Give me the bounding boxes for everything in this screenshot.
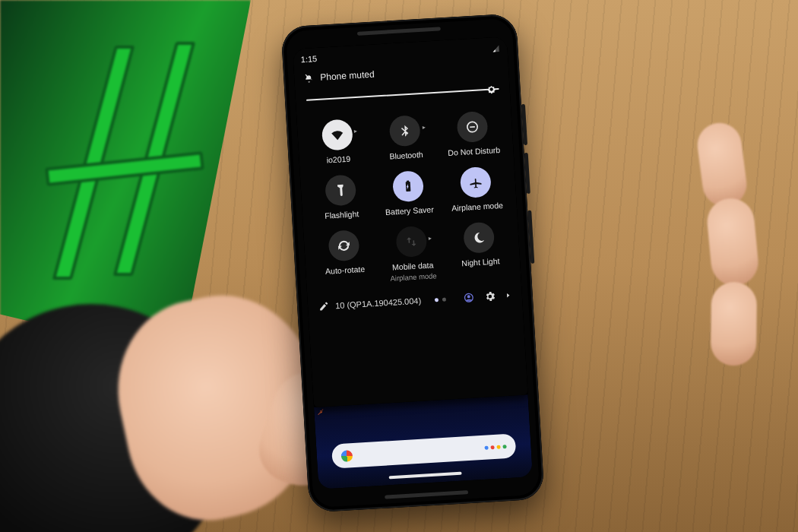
tile-caret-icon[interactable]: ▸ bbox=[422, 125, 425, 131]
tile-autorotate[interactable]: Auto-rotate bbox=[311, 229, 377, 287]
google-logo-icon bbox=[340, 450, 353, 462]
tile-label: Airplane mode bbox=[451, 201, 503, 214]
wifi-icon[interactable] bbox=[321, 119, 353, 150]
quick-settings-grid: ▸io2019▸BluetoothDo Not DisturbFlashligh… bbox=[297, 106, 521, 294]
autorotate-icon[interactable] bbox=[328, 230, 359, 261]
homescreen-background bbox=[314, 394, 533, 489]
page-dot bbox=[442, 297, 446, 301]
tile-label: Battery Saver bbox=[385, 204, 434, 217]
status-icons bbox=[489, 43, 500, 53]
tile-label: io2019 bbox=[326, 154, 350, 166]
tile-dnd[interactable]: Do Not Disturb bbox=[440, 110, 506, 159]
gesture-nav-bar[interactable] bbox=[389, 472, 462, 480]
mobiledata-icon[interactable] bbox=[395, 226, 427, 258]
page-dot-active bbox=[435, 298, 439, 302]
tile-label: Do Not Disturb bbox=[448, 145, 501, 158]
quick-settings-shade: 1:15 Phone muted ▸io2019▸BluetoothDo Not… bbox=[293, 36, 527, 407]
tile-label: Night Light bbox=[461, 256, 500, 268]
dnd-icon[interactable] bbox=[457, 111, 489, 143]
brightness-icon bbox=[484, 82, 499, 97]
tile-caret-icon[interactable]: ▸ bbox=[354, 128, 357, 135]
fingers bbox=[697, 100, 798, 367]
flashlight-icon[interactable] bbox=[325, 174, 356, 206]
expand-icon[interactable] bbox=[505, 291, 511, 300]
tile-bluetooth[interactable]: ▸Bluetooth bbox=[372, 114, 439, 163]
assistant-icon[interactable] bbox=[484, 445, 506, 450]
settings-gear-icon[interactable] bbox=[483, 290, 496, 303]
bluetooth-icon[interactable] bbox=[389, 115, 421, 147]
tile-caret-icon[interactable]: ▸ bbox=[429, 236, 432, 242]
scene-root: 1:15 Phone muted ▸io2019▸BluetoothDo Not… bbox=[0, 0, 798, 532]
svg-rect-2 bbox=[470, 126, 475, 128]
bell-off-icon bbox=[303, 72, 315, 84]
airplane-icon[interactable] bbox=[460, 166, 492, 198]
tile-label: Auto-rotate bbox=[325, 264, 366, 277]
battery-icon[interactable] bbox=[392, 170, 424, 202]
edit-tiles-icon[interactable] bbox=[318, 301, 330, 312]
build-number: 10 (QP1A.190425.004) bbox=[335, 296, 422, 311]
volume-mute-indicator-icon bbox=[316, 407, 325, 418]
nightlight-icon[interactable] bbox=[463, 222, 495, 254]
user-avatar-icon[interactable] bbox=[462, 292, 475, 305]
brightness-track bbox=[306, 88, 499, 101]
brightness-thumb[interactable] bbox=[484, 82, 499, 97]
status-clock: 1:15 bbox=[301, 54, 318, 64]
tile-label: Flashlight bbox=[325, 209, 359, 221]
phone-screen: 1:15 Phone muted ▸io2019▸BluetoothDo Not… bbox=[293, 36, 533, 489]
svg-point-4 bbox=[467, 296, 470, 299]
phone-body: 1:15 Phone muted ▸io2019▸BluetoothDo Not… bbox=[280, 13, 544, 512]
tile-mobiledata[interactable]: ▸Mobile dataAirplane mode bbox=[379, 225, 445, 283]
page-dots bbox=[435, 297, 446, 302]
tile-sublabel: Airplane mode bbox=[390, 272, 437, 283]
tile-airplane[interactable]: Airplane mode bbox=[443, 166, 509, 214]
ringer-label: Phone muted bbox=[320, 69, 375, 83]
tile-wifi[interactable]: ▸io2019 bbox=[305, 118, 371, 166]
google-search-bar[interactable] bbox=[331, 433, 516, 468]
tile-label: Mobile data bbox=[392, 261, 434, 273]
tile-battery[interactable]: Battery Saver bbox=[375, 169, 442, 218]
tile-label: Bluetooth bbox=[389, 150, 423, 162]
tile-flashlight[interactable]: Flashlight bbox=[308, 173, 374, 222]
tile-nightlight[interactable]: Night Light bbox=[447, 221, 513, 280]
cellular-signal-icon bbox=[492, 45, 500, 53]
